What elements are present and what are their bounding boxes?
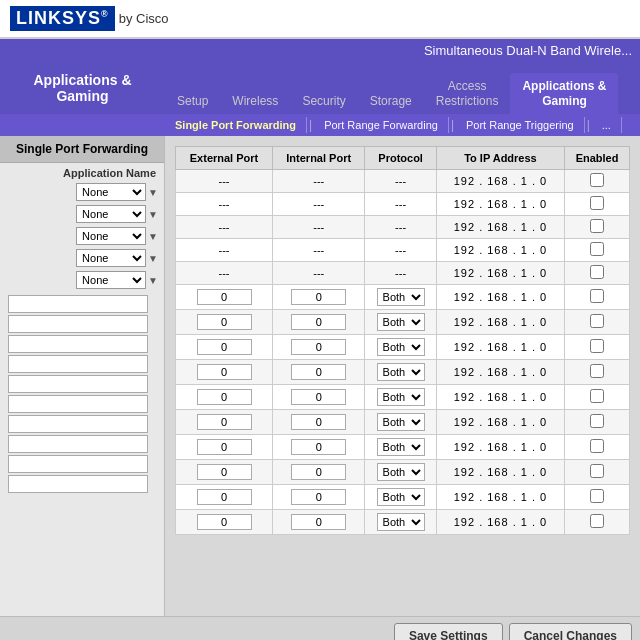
protocol-select[interactable]: Both TCP UDP bbox=[377, 313, 425, 331]
ext-port-input[interactable] bbox=[197, 364, 252, 380]
ext-port-cell: --- bbox=[176, 170, 273, 193]
enabled-checkbox[interactable] bbox=[590, 196, 604, 210]
app-name-input-10[interactable] bbox=[8, 475, 148, 493]
app-select-1[interactable]: None bbox=[76, 183, 146, 201]
protocol-select[interactable]: Both TCP UDP bbox=[377, 438, 425, 456]
int-port-cell: --- bbox=[273, 216, 365, 239]
enabled-checkbox[interactable] bbox=[590, 464, 604, 478]
app-select-3[interactable]: None bbox=[76, 227, 146, 245]
app-select-5[interactable]: None bbox=[76, 271, 146, 289]
app-name-input-9[interactable] bbox=[8, 455, 148, 473]
ip-cell: 192 . 168 . 1 . 0 bbox=[436, 435, 564, 460]
int-port-cell bbox=[273, 510, 365, 535]
app-name-input-6[interactable] bbox=[8, 395, 148, 413]
enabled-checkbox[interactable] bbox=[590, 514, 604, 528]
enabled-checkbox[interactable] bbox=[590, 219, 604, 233]
table-row: Both TCP UDP 192 . 168 . 1 . 0 bbox=[176, 285, 630, 310]
tab-storage[interactable]: Storage bbox=[358, 88, 424, 114]
int-port-input[interactable] bbox=[291, 289, 346, 305]
int-port-input[interactable] bbox=[291, 464, 346, 480]
tab-applications-gaming[interactable]: Applications &Gaming bbox=[510, 73, 618, 114]
protocol-select[interactable]: Both TCP UDP bbox=[377, 363, 425, 381]
ext-port-input[interactable] bbox=[197, 314, 252, 330]
ip-cell: 192 . 168 . 1 . 0 bbox=[436, 262, 564, 285]
port-forwarding-table: External Port Internal Port Protocol To … bbox=[175, 146, 630, 535]
int-port-input[interactable] bbox=[291, 514, 346, 530]
protocol-select[interactable]: Both TCP UDP bbox=[377, 413, 425, 431]
int-port-input[interactable] bbox=[291, 414, 346, 430]
enabled-checkbox[interactable] bbox=[590, 364, 604, 378]
enabled-checkbox[interactable] bbox=[590, 173, 604, 187]
enabled-cell bbox=[565, 285, 630, 310]
cancel-button[interactable]: Cancel Changes bbox=[509, 623, 632, 640]
ext-port-input[interactable] bbox=[197, 439, 252, 455]
app-select-4[interactable]: None bbox=[76, 249, 146, 267]
enabled-cell bbox=[565, 239, 630, 262]
proto-cell: Both TCP UDP bbox=[365, 360, 436, 385]
int-port-input[interactable] bbox=[291, 314, 346, 330]
protocol-select[interactable]: Both TCP UDP bbox=[377, 388, 425, 406]
protocol-select[interactable]: Both TCP UDP bbox=[377, 288, 425, 306]
tab-wireless[interactable]: Wireless bbox=[220, 88, 290, 114]
enabled-checkbox[interactable] bbox=[590, 414, 604, 428]
ext-port-input[interactable] bbox=[197, 389, 252, 405]
content-area: Single Port Forwarding Application Name … bbox=[0, 136, 640, 616]
enabled-checkbox[interactable] bbox=[590, 339, 604, 353]
subnav-port-range-triggering[interactable]: Port Range Triggering bbox=[456, 117, 585, 133]
enabled-checkbox[interactable] bbox=[590, 265, 604, 279]
subnav-port-range-forwarding[interactable]: Port Range Forwarding bbox=[314, 117, 449, 133]
ext-port-input[interactable] bbox=[197, 289, 252, 305]
enabled-checkbox[interactable] bbox=[590, 242, 604, 256]
tab-security[interactable]: Security bbox=[290, 88, 357, 114]
subnav-more[interactable]: ... bbox=[592, 117, 622, 133]
proto-cell: Both TCP UDP bbox=[365, 460, 436, 485]
ip-cell: 192 . 168 . 1 . 0 bbox=[436, 216, 564, 239]
ext-port-input[interactable] bbox=[197, 514, 252, 530]
ext-port-input[interactable] bbox=[197, 339, 252, 355]
ext-port-input[interactable] bbox=[197, 489, 252, 505]
ext-port-cell bbox=[176, 485, 273, 510]
tab-setup[interactable]: Setup bbox=[165, 88, 220, 114]
enabled-checkbox[interactable] bbox=[590, 389, 604, 403]
top-nav-bar: Simultaneous Dual-N Band Wirele... bbox=[0, 39, 640, 62]
int-port-input[interactable] bbox=[291, 339, 346, 355]
ext-port-input[interactable] bbox=[197, 414, 252, 430]
int-port-input[interactable] bbox=[291, 489, 346, 505]
sidebar-row-2: None ▼ bbox=[0, 203, 164, 225]
ext-port-cell bbox=[176, 360, 273, 385]
proto-cell: Both TCP UDP bbox=[365, 410, 436, 435]
int-port-input[interactable] bbox=[291, 389, 346, 405]
ip-cell: 192 . 168 . 1 . 0 bbox=[436, 485, 564, 510]
int-port-input[interactable] bbox=[291, 364, 346, 380]
app-name-input-5[interactable] bbox=[8, 375, 148, 393]
col-external-port: External Port bbox=[176, 147, 273, 170]
enabled-checkbox[interactable] bbox=[590, 489, 604, 503]
ext-port-cell bbox=[176, 285, 273, 310]
protocol-select[interactable]: Both TCP UDP bbox=[377, 463, 425, 481]
app-name-input-3[interactable] bbox=[8, 335, 148, 353]
subnav-single-port-forwarding[interactable]: Single Port Forwarding bbox=[165, 117, 307, 133]
proto-cell: Both TCP UDP bbox=[365, 285, 436, 310]
app-name-input-1[interactable] bbox=[8, 295, 148, 313]
int-port-input[interactable] bbox=[291, 439, 346, 455]
protocol-select[interactable]: Both TCP UDP bbox=[377, 513, 425, 531]
app-name-input-2[interactable] bbox=[8, 315, 148, 333]
protocol-select[interactable]: Both TCP UDP bbox=[377, 488, 425, 506]
app-select-2[interactable]: None bbox=[76, 205, 146, 223]
nav-tabs: Setup Wireless Security Storage AccessRe… bbox=[165, 62, 640, 114]
app-name-input-8[interactable] bbox=[8, 435, 148, 453]
enabled-checkbox[interactable] bbox=[590, 289, 604, 303]
app-name-input-4[interactable] bbox=[8, 355, 148, 373]
protocol-select[interactable]: Both TCP UDP bbox=[377, 338, 425, 356]
enabled-checkbox[interactable] bbox=[590, 439, 604, 453]
ext-port-input[interactable] bbox=[197, 464, 252, 480]
sidebar-row-5: None ▼ bbox=[0, 269, 164, 291]
enabled-cell bbox=[565, 485, 630, 510]
page-header: LINKSYS® by Cisco bbox=[0, 0, 640, 39]
app-name-input-7[interactable] bbox=[8, 415, 148, 433]
tab-access-restrictions[interactable]: AccessRestrictions bbox=[424, 73, 511, 114]
save-button[interactable]: Save Settings bbox=[394, 623, 503, 640]
table-row: Both TCP UDP 192 . 168 . 1 . 0 bbox=[176, 485, 630, 510]
int-port-cell bbox=[273, 485, 365, 510]
enabled-checkbox[interactable] bbox=[590, 314, 604, 328]
